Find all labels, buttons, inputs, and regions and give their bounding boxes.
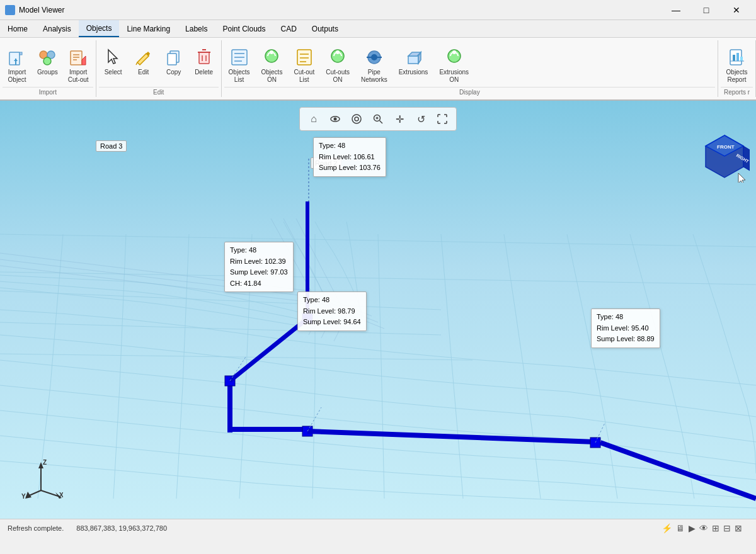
groups-label: Groups [37,69,58,76]
svg-point-69 [334,118,337,121]
pipe-networks-icon [364,47,384,67]
main-layout: Home Analysis Objects Line Marking Label… [0,20,756,536]
menu-line-marking[interactable]: Line Marking [119,20,178,37]
pan-button[interactable]: ✛ [391,110,408,128]
svg-rect-17 [199,52,209,64]
svg-rect-45 [736,53,739,61]
svg-rect-38 [408,56,418,64]
ribbon-group-import-label: Import [3,87,93,96]
home-button[interactable]: ⌂ [305,110,323,128]
objects-list-button[interactable]: ObjectsList [224,44,255,87]
ribbon-buttons-display: ObjectsList ObjectsON [224,42,715,87]
status-icon-monitor: 🖥 [676,523,685,533]
status-icon-grid: ⊟ [723,523,731,533]
svg-rect-28 [297,50,311,65]
zoom-extents-button[interactable] [348,110,365,128]
ribbon-buttons-edit: Select Edit [99,42,219,87]
svg-point-27 [270,50,273,54]
status-bar: Refresh complete. 883,867,383, 19,963,37… [0,519,756,536]
svg-point-71 [355,117,358,121]
groups-icon [37,47,57,67]
import-object-icon [7,47,27,67]
svg-text:Z: Z [43,459,47,466]
menu-outputs[interactable]: Outputs [304,20,346,37]
svg-point-7 [43,57,51,65]
extrusions-button[interactable]: Extrusions [394,44,433,79]
road3-label: Road 3 [96,140,127,152]
objects-report-icon [727,47,747,67]
zoom-button[interactable] [369,110,387,128]
svg-text:FRONT: FRONT [717,144,735,150]
edit-button[interactable]: Edit [129,44,158,79]
svg-line-73 [380,121,383,124]
undo-view-button[interactable]: ↺ [412,110,430,128]
svg-point-42 [452,50,456,54]
road2-label: Road 2 [311,157,341,169]
select-button[interactable]: Select [99,44,128,79]
menu-point-clouds[interactable]: Point Clouds [215,20,273,37]
delete-button[interactable]: Delete [190,44,219,79]
ribbon: ImportObject Groups [0,38,756,101]
svg-rect-16 [168,54,176,65]
fullscreen-button[interactable] [433,110,451,128]
svg-rect-44 [733,55,735,61]
menu-home[interactable]: Home [0,20,35,37]
close-button[interactable]: ✕ [722,0,751,20]
copy-label: Copy [166,69,181,76]
copy-button[interactable]: Copy [159,44,188,79]
cutout-list-icon [294,47,314,67]
ribbon-group-import: ImportObject Groups [0,40,96,97]
window-title: Model Viewer [19,6,64,14]
svg-marker-12 [82,56,86,65]
svg-point-35 [371,54,377,60]
status-icon-arrow: ⚡ [662,523,672,533]
pipe-networks-button[interactable]: PipeNetworks [357,44,392,87]
menu-labels[interactable]: Labels [178,20,215,37]
objects-report-button[interactable]: ObjectsReport [722,44,752,87]
pipe-networks-label: PipeNetworks [361,69,387,84]
extrusions-icon [403,47,423,67]
svg-rect-8 [71,51,82,65]
svg-rect-0 [9,52,20,65]
title-bar-controls: — □ ✕ [662,0,751,20]
menu-analysis[interactable]: Analysis [35,20,79,37]
status-icon-play: ▶ [689,523,696,533]
viewport[interactable]: ⌂ ✛ ↺ Road 3 Road 2 Type: 48 R [0,101,756,519]
ribbon-group-edit-label: Edit [99,87,219,96]
objects-on-button[interactable]: ObjectsON [257,44,287,87]
ribbon-group-display-label: Display [224,87,715,96]
maximize-button[interactable]: □ [692,0,721,20]
cutouts-on-button[interactable]: Cut-outsON [321,44,354,87]
viewport-toolbar: ⌂ ✛ ↺ [299,107,457,131]
import-cutout-label: ImportCut-out [68,69,89,84]
objects-list-icon [229,47,249,67]
svg-point-33 [336,50,340,54]
svg-text:X: X [59,492,63,499]
delete-label: Delete [195,69,213,76]
groups-button[interactable]: Groups [33,44,62,79]
extrusions-label: Extrusions [399,69,428,76]
svg-rect-46 [740,57,743,61]
eye-button[interactable] [326,110,344,128]
svg-marker-81 [738,173,745,183]
ribbon-buttons-import: ImportObject Groups [3,42,93,87]
minimize-button[interactable]: — [662,0,690,20]
ribbon-buttons-reports: ObjectsReport [721,42,753,87]
cutouts-on-icon [328,47,348,67]
svg-marker-13 [108,50,117,64]
status-icon-tag: ⊠ [735,523,742,533]
cube-navigator[interactable]: FRONT RIGHT [699,132,743,176]
title-bar-left: Model Viewer [5,5,64,15]
extrusions-on-button[interactable]: ExtrusionsON [435,44,473,87]
menu-cad[interactable]: CAD [273,20,304,37]
status-icon-layers: ⊞ [712,523,719,533]
import-object-button[interactable]: ImportObject [3,44,32,87]
menu-objects[interactable]: Objects [79,20,120,37]
objects-list-label: ObjectsList [229,69,250,84]
import-cutout-button[interactable]: ImportCut-out [64,44,93,87]
status-coordinates: 883,867,383, 19,963,372,780 [76,524,167,532]
cutout-list-button[interactable]: Cut-outList [289,44,319,87]
svg-point-70 [352,115,361,123]
delete-icon [194,47,214,67]
extrusions-on-label: ExtrusionsON [439,69,469,84]
